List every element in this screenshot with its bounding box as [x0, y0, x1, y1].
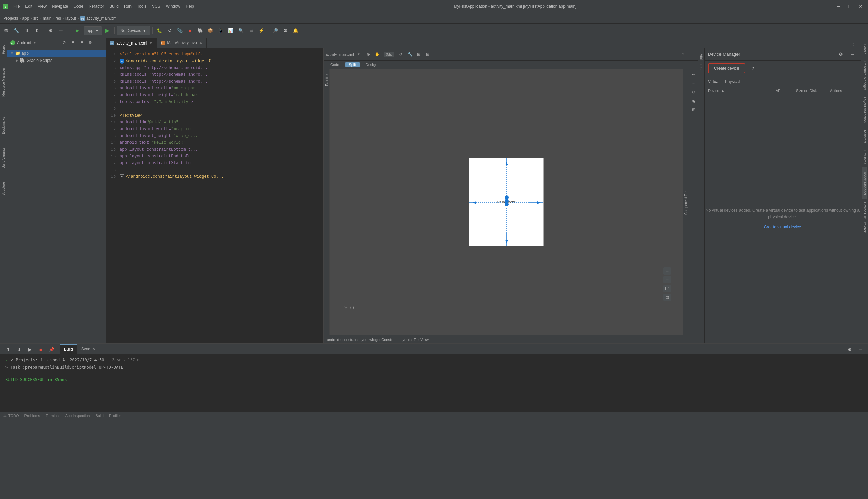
vis-btn-constraints2[interactable]: ⊟	[424, 50, 432, 59]
palette-label[interactable]: Palette	[324, 72, 329, 89]
menu-edit[interactable]: Edit	[23, 3, 35, 10]
bottom-stop-btn[interactable]: ■	[36, 345, 46, 354]
rvt-gradle[interactable]: Gradle	[861, 41, 867, 58]
run-config-dropdown[interactable]: app ▼	[84, 26, 102, 35]
breadcrumb-app[interactable]: app	[22, 16, 29, 21]
dm-col-device[interactable]: Device ▲	[708, 89, 775, 93]
toolbar-inspect[interactable]: 🔍	[236, 26, 246, 35]
vis-help-btn[interactable]: ?	[679, 50, 687, 59]
vis-btn-pan[interactable]: ✋	[373, 50, 381, 59]
editor-options-btn[interactable]: ⋮	[848, 38, 858, 48]
panel-expand[interactable]: ⊞	[69, 39, 76, 47]
create-virtual-device-link[interactable]: Create virtual device	[764, 224, 801, 230]
rvt-device-manager[interactable]: Device Manager	[861, 167, 867, 199]
toolbar-pair-devices[interactable]: ⚡	[257, 26, 266, 35]
zoom-fit2-btn[interactable]: ⊡	[663, 294, 671, 301]
run-button[interactable]: ▶	[103, 26, 112, 35]
zoom-fit-btn[interactable]: 1:1	[663, 285, 671, 292]
breadcrumb-src[interactable]: src	[33, 16, 38, 21]
menu-help[interactable]: Help	[183, 3, 196, 10]
maximize-button[interactable]: □	[845, 2, 854, 11]
menu-code[interactable]: Code	[71, 3, 86, 10]
panel-minimize[interactable]: ─	[96, 39, 103, 47]
tab-activity-main-xml[interactable]: xml activity_main.xml ✕	[106, 38, 157, 48]
bottom-panel-settings[interactable]: ⚙	[845, 345, 854, 354]
zoom-in-btn[interactable]: +	[663, 267, 671, 275]
tab-xml-close[interactable]: ✕	[149, 41, 152, 46]
bottom-tab-build[interactable]: Build	[60, 344, 77, 354]
rvt-resource-manager[interactable]: Resource Manager	[861, 58, 867, 94]
breadcrumb-constraint-layout[interactable]: androidx.constraintlayout.widget.Constra…	[327, 338, 409, 342]
design-canvas[interactable]: Hello World! + − 1:1 ⊡	[330, 69, 683, 335]
menu-file[interactable]: File	[11, 3, 22, 10]
cursor-btn[interactable]: ☞	[343, 305, 348, 311]
zoom-out-btn[interactable]: −	[663, 276, 671, 283]
vis-btn-constraints[interactable]: ⟳	[397, 50, 405, 59]
rvt-device-file-explorer[interactable]: Device File Explorer	[861, 198, 867, 235]
status-terminal[interactable]: Terminal	[46, 414, 60, 418]
toolbar-btn-4[interactable]: ⬍	[32, 26, 41, 35]
bottom-scroll-down[interactable]: ⬇	[14, 345, 24, 354]
status-todo[interactable]: ⚠ TODO	[3, 413, 19, 418]
vis-btn-grid[interactable]: ⊞	[415, 50, 423, 59]
toolbar-profiler[interactable]: 📊	[226, 26, 235, 35]
vis-rt-btn-1[interactable]: ↔	[689, 70, 698, 78]
status-problems[interactable]: Problems	[24, 414, 40, 418]
menu-vcs[interactable]: VCS	[149, 3, 163, 10]
bottom-scroll-up[interactable]: ⬆	[3, 345, 13, 354]
breadcrumb-file[interactable]: activity_main.xml	[86, 16, 117, 21]
toolbar-btn-sync[interactable]: ⇅	[22, 26, 31, 35]
toolbar-btn-minus[interactable]: ─	[56, 26, 65, 35]
constraint-handle-top[interactable]	[505, 195, 509, 199]
rvt-assistant[interactable]: Assistant	[861, 126, 867, 147]
panel-scroll-top[interactable]: ⊙	[60, 39, 68, 47]
menu-navigate[interactable]: Navigate	[50, 3, 70, 10]
dm-help-btn[interactable]: ?	[748, 63, 758, 73]
panel-collapse[interactable]: ⊟	[78, 39, 85, 47]
rvt-emulator[interactable]: Emulator	[861, 147, 867, 167]
breadcrumb-textview[interactable]: TextView	[414, 338, 429, 342]
tab-bookmarks[interactable]: Bookmarks	[1, 113, 6, 137]
menu-tools[interactable]: Tools	[135, 3, 149, 10]
vis-more-btn[interactable]: ⋮	[688, 50, 696, 59]
vis-rt-btn-4[interactable]: ◉	[689, 97, 698, 105]
tab-resource-manager[interactable]: Resource Manager	[1, 64, 6, 100]
menu-window[interactable]: Window	[163, 3, 183, 10]
dm-tab-physical[interactable]: Physical	[725, 78, 740, 85]
constraint-handle-bottom[interactable]	[505, 202, 509, 206]
dm-minimize-btn[interactable]: ─	[847, 50, 857, 59]
menu-build[interactable]: Build	[107, 3, 121, 10]
vis-btn-select[interactable]: ⊕	[364, 50, 372, 59]
tab-build-variants[interactable]: Build Variants	[1, 144, 6, 172]
tree-item-app[interactable]: ▼ 📁 app	[8, 50, 106, 57]
menu-run[interactable]: Run	[122, 3, 134, 10]
mode-split[interactable]: Split	[345, 62, 359, 67]
component-tree-sidebar[interactable]: Component Tree	[683, 69, 688, 335]
tab-structure[interactable]: Structure	[1, 179, 6, 199]
bottom-tab-sync-close[interactable]: ✕	[92, 347, 96, 352]
breadcrumb-main[interactable]: main	[42, 16, 51, 21]
menu-view[interactable]: View	[35, 3, 49, 10]
toolbar-debug[interactable]: 🐛	[155, 26, 164, 35]
rvt-layout-validation[interactable]: Layout Validation	[861, 94, 867, 126]
toolbar-btn-1[interactable]: ⛃	[1, 26, 11, 35]
breadcrumb-layout[interactable]: layout	[65, 16, 76, 21]
tab-mainactivity-java[interactable]: J MainActivity.java ✕	[157, 38, 206, 48]
toolbar-settings-main[interactable]: ⚙	[281, 26, 290, 35]
no-devices-dropdown[interactable]: No Devices ▼	[117, 26, 150, 35]
toolbar-sdk[interactable]: 📦	[206, 26, 215, 35]
breadcrumb-projects[interactable]: Projects	[3, 16, 18, 21]
attributes-tab[interactable]: Attributes	[699, 51, 704, 72]
menu-refactor[interactable]: Refactor	[86, 3, 106, 10]
code-editor[interactable]: 1 <?xml version="1.0" encoding="utf-... …	[106, 48, 323, 343]
toolbar-gradle[interactable]: 🐘	[195, 26, 205, 35]
close-button[interactable]: ✕	[856, 2, 865, 11]
vis-rt-btn-5[interactable]: ⊞	[689, 106, 698, 114]
minimize-button[interactable]: ─	[834, 2, 844, 11]
vis-filename-arrow[interactable]: ▼	[357, 52, 360, 56]
breadcrumb-res[interactable]: res	[56, 16, 61, 21]
toolbar-search[interactable]: 🔎	[270, 26, 280, 35]
toolbar-btn-2[interactable]: 🔧	[12, 26, 21, 35]
android-dropdown[interactable]: ▼	[33, 41, 36, 45]
bottom-pin-btn[interactable]: 📌	[47, 345, 57, 354]
